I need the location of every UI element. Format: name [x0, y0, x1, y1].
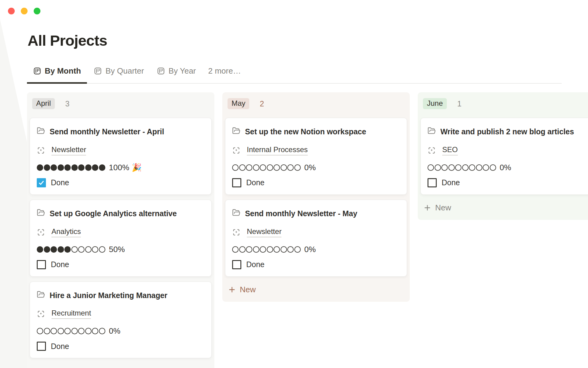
- done-checkbox[interactable]: [428, 178, 437, 187]
- progress-dot-filled: [51, 164, 57, 171]
- card-tag-link[interactable]: Analytics: [51, 227, 81, 237]
- card-tag-row: Recruitment: [37, 309, 205, 319]
- tab-by-quarter[interactable]: By Quarter: [88, 65, 150, 83]
- open-folder-icon: [37, 290, 45, 299]
- progress-dot-filled: [51, 246, 57, 253]
- progress-percent: 50%: [109, 245, 125, 254]
- tab-label: By Quarter: [105, 66, 144, 76]
- column-cards: Set up the new Notion workspace Internal…: [225, 118, 407, 277]
- column-month-pill[interactable]: May: [228, 98, 249, 109]
- card-tag-link[interactable]: SEO: [442, 145, 458, 155]
- progress-percent: 0%: [304, 245, 316, 254]
- relation-icon: [37, 146, 45, 155]
- card-tag-link[interactable]: Internal Processes: [247, 145, 308, 155]
- plus-icon: [424, 204, 431, 212]
- progress-dot-empty: [441, 164, 448, 171]
- card-title: Send monthly Newsletter - April: [50, 126, 164, 138]
- relation-icon: [428, 146, 436, 155]
- progress-dot-empty: [78, 246, 85, 253]
- progress-dots: [37, 328, 105, 334]
- progress-dot-empty: [273, 246, 280, 253]
- progress-dot-filled: [58, 164, 64, 171]
- page-title[interactable]: All Projects: [28, 32, 107, 49]
- close-window-button[interactable]: [8, 8, 15, 14]
- column-card-count: 1: [457, 99, 462, 108]
- card-tag-link[interactable]: Recruitment: [51, 309, 91, 319]
- card-title-row: Send monthly Newsletter - May: [232, 208, 400, 220]
- card-progress-row: 50%: [37, 245, 205, 254]
- progress-celebration-emoji: 🎉: [132, 163, 141, 172]
- column-cards: Send monthly Newsletter - April Newslett…: [30, 118, 212, 358]
- project-card[interactable]: Send monthly Newsletter - May Newsletter…: [225, 200, 407, 277]
- project-card[interactable]: Hire a Junior Marketing Manager Recruitm…: [30, 282, 212, 358]
- project-card[interactable]: Write and publish 2 new blog articles SE…: [420, 118, 588, 195]
- tab-by-month[interactable]: By Month: [27, 65, 87, 83]
- project-card[interactable]: Send monthly Newsletter - April Newslett…: [30, 118, 212, 195]
- done-checkbox[interactable]: [37, 260, 46, 269]
- relation-icon: [37, 310, 45, 318]
- progress-dot-filled: [64, 164, 71, 171]
- tabs-more-button[interactable]: 2 more…: [203, 65, 247, 83]
- column-header: May 2: [225, 98, 407, 109]
- column-month-pill[interactable]: June: [423, 98, 447, 109]
- progress-dot-filled: [44, 164, 50, 171]
- open-folder-icon: [428, 127, 436, 135]
- open-folder-icon: [232, 127, 240, 135]
- card-progress-row: 0%: [232, 163, 400, 172]
- card-progress-row: 0%: [37, 326, 205, 336]
- done-checkbox[interactable]: [37, 342, 46, 351]
- done-checkbox[interactable]: [232, 178, 241, 187]
- progress-dot-empty: [490, 164, 496, 171]
- card-tag-row: Newsletter: [37, 145, 205, 155]
- progress-dot-empty: [476, 164, 482, 171]
- card-tag-link[interactable]: Newsletter: [247, 227, 281, 237]
- card-tag-row: Analytics: [37, 227, 205, 237]
- card-tag-row: Newsletter: [232, 227, 400, 237]
- project-card[interactable]: Set up the new Notion workspace Internal…: [225, 118, 407, 195]
- board-column: May 2 Set up the new Notion workspace: [222, 92, 410, 302]
- card-done-row: Done: [232, 260, 400, 269]
- progress-dot-empty: [92, 246, 98, 253]
- card-title-row: Set up Google Analytics alternative: [37, 208, 205, 220]
- progress-dot-empty: [260, 164, 266, 171]
- card-title-row: Set up the new Notion workspace: [232, 126, 400, 138]
- progress-dots: [232, 246, 301, 253]
- done-label: Done: [51, 260, 69, 269]
- progress-dot-filled: [44, 246, 50, 253]
- card-tag-row: Internal Processes: [232, 145, 400, 155]
- progress-dot-empty: [37, 328, 43, 334]
- board-view-icon: [33, 67, 41, 75]
- card-tag-row: SEO: [428, 145, 588, 155]
- new-card-button[interactable]: New: [228, 285, 256, 294]
- relation-icon: [232, 146, 240, 155]
- card-progress-row: 0%: [428, 163, 588, 172]
- card-done-row: Done: [37, 260, 205, 269]
- done-checkbox[interactable]: [232, 260, 241, 269]
- progress-dot-empty: [267, 246, 273, 253]
- card-tag-link[interactable]: Newsletter: [51, 145, 86, 155]
- progress-dot-empty: [85, 246, 92, 253]
- column-month-pill[interactable]: April: [32, 98, 55, 109]
- new-card-button[interactable]: New: [424, 203, 451, 213]
- progress-dot-empty: [448, 164, 455, 171]
- progress-dot-filled: [58, 246, 64, 253]
- progress-percent: 0%: [304, 163, 316, 172]
- card-title: Set up Google Analytics alternative: [50, 208, 177, 220]
- progress-dot-empty: [239, 246, 246, 253]
- card-title-row: Hire a Junior Marketing Manager: [37, 289, 205, 301]
- progress-dot-empty: [483, 164, 489, 171]
- card-title: Hire a Junior Marketing Manager: [50, 289, 168, 301]
- done-checkbox[interactable]: [37, 178, 46, 187]
- card-done-row: Done: [232, 178, 400, 187]
- progress-dot-empty: [281, 246, 287, 253]
- progress-dot-filled: [64, 246, 71, 253]
- minimize-window-button[interactable]: [21, 8, 28, 14]
- column-header: April 3: [30, 98, 212, 109]
- project-card[interactable]: Set up Google Analytics alternative Anal…: [30, 200, 212, 277]
- done-label: Done: [51, 342, 69, 351]
- tab-by-year[interactable]: By Year: [151, 65, 202, 83]
- progress-dot-empty: [253, 246, 259, 253]
- progress-dot-empty: [287, 164, 294, 171]
- done-label: Done: [246, 178, 265, 187]
- zoom-window-button[interactable]: [34, 8, 40, 14]
